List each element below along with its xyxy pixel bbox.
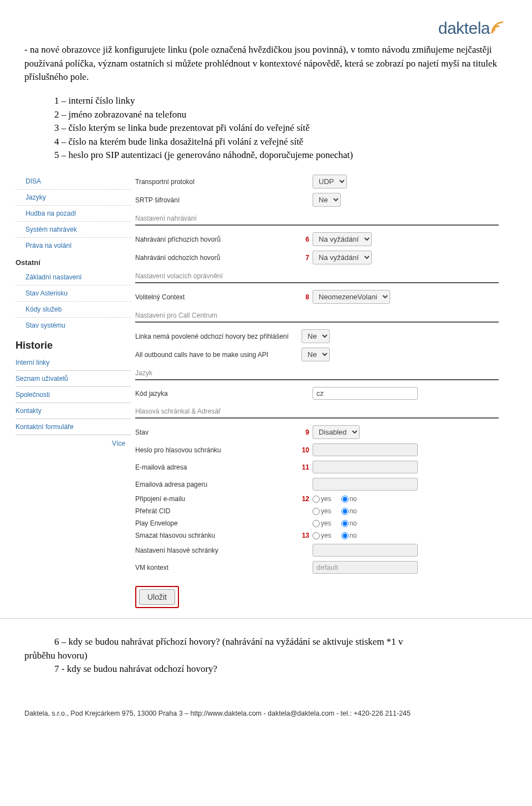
marker-6: 6 (301, 236, 313, 243)
sidebar: DISA Jazyky Hudba na pozadí Systém nahrá… (0, 170, 135, 618)
label-pager: Emailová adresa pageru (135, 481, 301, 488)
label-api: All outbound calls have to be make using… (135, 351, 301, 359)
radio-pripojeni-yes[interactable] (313, 496, 320, 503)
input-pager[interactable] (313, 478, 418, 491)
label-kodjazyka: Kód jazyka (135, 390, 301, 397)
sidebar-heading-historie: Historie (16, 333, 131, 355)
select-context[interactable]: NeomezeneVolani (313, 290, 390, 304)
signal-icon (491, 19, 508, 34)
marker-7: 7 (301, 254, 313, 262)
input-nastavenischranky[interactable] (313, 544, 418, 557)
app-screenshot: DISA Jazyky Hudba na pozadí Systém nahrá… (0, 170, 532, 619)
highlight-box: Uložit (135, 586, 179, 608)
label-pripojeni: Připojení e-mailu (135, 495, 301, 503)
sidebar-item-hudba[interactable]: Hudba na pozadí (16, 206, 131, 222)
sidebar-item-spolecnosti[interactable]: Společnosti (16, 387, 131, 403)
input-kodjazyka[interactable] (313, 387, 418, 400)
label-email: E-mailová adresa (135, 463, 301, 471)
marker-10: 10 (301, 446, 313, 454)
select-nahr-prichozi[interactable]: Na vyžádání (313, 232, 372, 246)
section-opravneni: Nastavení volacích oprávnění (135, 267, 499, 283)
select-api[interactable]: Ne (301, 348, 330, 361)
sidebar-item-nahravky[interactable]: Systém nahrávek (16, 222, 131, 238)
select-srtp[interactable]: Ne (313, 193, 341, 207)
input-hesloschranka[interactable] (313, 443, 418, 456)
label-hesloschranka: Heslo pro hlasovou schránku (135, 446, 301, 454)
section-hlasova: Hlasová schránkal & Adresář (135, 402, 499, 419)
list-item: 4 – číslo na kterém bude linka dosažitel… (54, 135, 508, 149)
section-nahravani: Nastavení nahrávání (135, 209, 499, 226)
list-item: 5 – heslo pro SIP autentizaci (je genero… (54, 149, 508, 162)
sidebar-item-asterisk[interactable]: Stav Asterisku (16, 285, 131, 302)
marker-13: 13 (301, 532, 313, 539)
marker-8: 8 (301, 293, 313, 301)
after-text: 6 – kdy se budou nahrávat příchozí hovor… (24, 619, 508, 676)
radio-smazat-yes[interactable] (313, 532, 320, 539)
radio-envelope-yes[interactable] (313, 520, 320, 527)
input-email[interactable] (313, 461, 418, 473)
label-nahr-prichozi: Nahrávání příchozích hovorů (135, 236, 301, 243)
logo-text: daktela (438, 19, 490, 38)
sidebar-item-prava[interactable]: Práva na volání (16, 238, 131, 253)
label-prehrat: Přehrát CID (135, 507, 301, 515)
sidebar-more[interactable]: Více (16, 435, 131, 447)
sidebar-item-systemu[interactable]: Stav systému (16, 318, 131, 333)
select-bezprihlaseni[interactable]: Ne (301, 329, 330, 343)
list-item: 2 – jméno zobrazované na telefonu (54, 108, 508, 122)
section-callcentrum: Nastavení pro Call Centrum (135, 306, 499, 323)
save-button[interactable]: Uložit (139, 589, 175, 605)
radio-prehrat-no[interactable] (341, 508, 349, 515)
sidebar-item-formulare[interactable]: Kontaktní formuláře (16, 419, 131, 435)
list-item: 3 – číslo kterým se linka bude prezentov… (54, 121, 508, 135)
label-nahr-odchozi: Nahrávání odchozích hovorů (135, 254, 301, 262)
marker-11: 11 (301, 463, 313, 471)
sidebar-item-jazyky[interactable]: Jazyky (16, 190, 131, 206)
list-item: 1 – interní číslo linky (54, 94, 508, 108)
logo: daktela (24, 19, 508, 38)
sidebar-item-kody[interactable]: Kódy služeb (16, 302, 131, 318)
radio-pripojeni-no[interactable] (341, 496, 349, 503)
sidebar-item-zakladni[interactable]: Základní nastavení (16, 269, 131, 285)
label-vmkontext: VM kontext (135, 564, 301, 572)
footer: Daktela, s.r.o., Pod Krejcárkem 975, 130… (24, 676, 508, 723)
radio-smazat-no[interactable] (341, 532, 349, 539)
select-nahr-odchozi[interactable]: Na vyžádání (313, 251, 372, 264)
section-jazyk: Jazyk (135, 364, 499, 380)
label-context: Volitelný Context (135, 293, 301, 301)
radio-prehrat-yes[interactable] (313, 508, 320, 515)
radio-envelope-no[interactable] (341, 520, 349, 527)
label-transport: Transportní protokol (135, 178, 301, 186)
label-smazat: Smazat hlasovou schránku (135, 532, 301, 539)
numbered-list: 1 – interní číslo linky 2 – jméno zobraz… (24, 94, 508, 162)
select-transport[interactable]: UDP (313, 175, 347, 188)
form-main: Transportní protokol UDP SRTP šifrování … (135, 170, 532, 618)
label-srtp: SRTP šifrování (135, 196, 301, 204)
marker-9: 9 (301, 428, 313, 436)
input-vmkontext[interactable] (313, 561, 418, 574)
sidebar-item-seznam[interactable]: Seznam uživatelů (16, 371, 131, 387)
sidebar-item-interni[interactable]: Interní linky (16, 355, 131, 371)
sidebar-heading-ostatni: Ostatní (16, 253, 131, 269)
label-bezprihlaseni: Linka nemá povolené odchozí hovory bez p… (135, 333, 301, 340)
select-stav[interactable]: Disabled (313, 425, 360, 439)
marker-12: 12 (301, 495, 313, 503)
label-stav: Stav (135, 428, 301, 436)
intro-text: - na nové obrazovce již konfigurujete li… (24, 43, 508, 84)
label-nastavenischranky: Nastavení hlasové schránky (135, 547, 301, 554)
sidebar-item-kontakty[interactable]: Kontakty (16, 403, 131, 419)
sidebar-item-disa[interactable]: DISA (16, 174, 131, 190)
label-envelope: Play Envelope (135, 519, 301, 527)
